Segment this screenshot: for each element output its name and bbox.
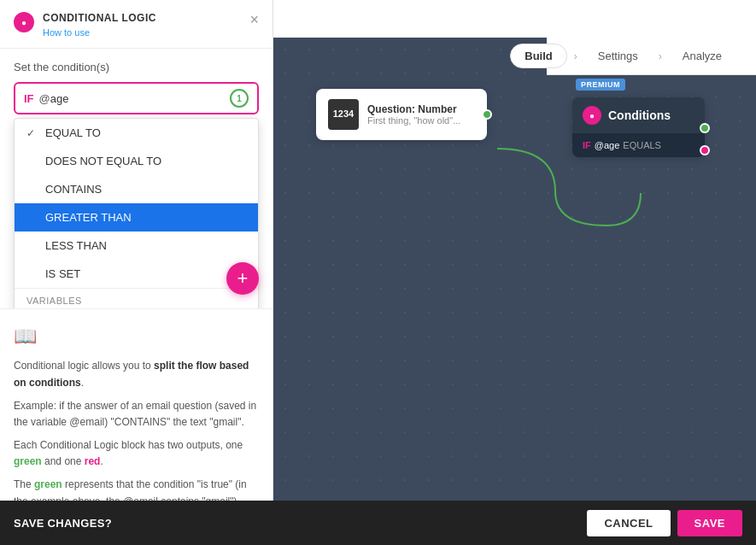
panel-title: CONDITIONAL LOGIC bbox=[43, 12, 156, 24]
red-text: red bbox=[85, 455, 101, 467]
dropdown-item-does-not-equal[interactable]: DOES NOT EQUAL TO bbox=[15, 147, 258, 175]
conditions-output-green bbox=[700, 123, 710, 133]
icon-line1: 12 bbox=[333, 108, 343, 120]
green-text: green bbox=[14, 455, 42, 467]
left-panel: ● CONDITIONAL LOGIC How to use × Set the… bbox=[0, 0, 273, 545]
icon-line2: 34 bbox=[343, 108, 354, 120]
check-icon: ✓ bbox=[26, 127, 40, 139]
panel-icon: ● bbox=[14, 12, 34, 32]
variables-section: VARIABLES bbox=[15, 288, 258, 308]
tab-analyze[interactable]: Analyze bbox=[669, 44, 735, 67]
question-output-dot bbox=[482, 109, 492, 120]
info-para-3: Each Conditional Logic block has two out… bbox=[14, 437, 259, 470]
info-text-1: Conditional logic allows you to bbox=[14, 360, 154, 372]
top-nav: Build › Settings › Analyze bbox=[547, 38, 756, 75]
dropdown-label: LESS THAN bbox=[45, 239, 107, 252]
bottom-buttons: CANCEL SAVE bbox=[587, 510, 742, 536]
save-button[interactable]: SAVE bbox=[677, 510, 742, 536]
panel-header: ● CONDITIONAL LOGIC How to use × bbox=[0, 0, 273, 49]
conditions-icon: ● bbox=[583, 106, 601, 125]
tab-settings[interactable]: Settings bbox=[584, 44, 652, 67]
green-text-2: green bbox=[34, 478, 62, 490]
condition-line: IF @age EQUALS bbox=[583, 140, 694, 150]
conditions-title: Conditions bbox=[608, 108, 671, 122]
info-para-1: Conditional logic allows you to split th… bbox=[14, 358, 259, 390]
set-conditions-label: Set the condition(s) bbox=[14, 61, 259, 73]
question-desc: First thing, "how old"... bbox=[367, 115, 460, 126]
dropdown-label: EQUAL TO bbox=[45, 126, 101, 139]
info-para-2: Example: if the answer of an email quest… bbox=[14, 398, 259, 431]
question-icon: 12 34 bbox=[328, 99, 359, 130]
nav-chevron-2: › bbox=[659, 50, 662, 62]
dropdown-item-greater-than[interactable]: GREATER THAN bbox=[15, 203, 258, 231]
question-node: 12 34 Question: Number First thing, "how… bbox=[316, 89, 487, 140]
question-text-block: Question: Number First thing, "how old".… bbox=[367, 103, 460, 126]
operator-dropdown: ✓ EQUAL TO DOES NOT EQUAL TO CONTAINS GR… bbox=[14, 118, 259, 308]
conditions-output-red bbox=[700, 145, 710, 155]
dropdown-item-is-set[interactable]: IS SET bbox=[15, 260, 258, 288]
dropdown-label: CONTAINS bbox=[45, 183, 102, 196]
dropdown-item-equal-to[interactable]: ✓ EQUAL TO bbox=[15, 119, 258, 147]
panel-body: Set the condition(s) IF @ age 1 ✓ EQUAL … bbox=[0, 49, 273, 308]
close-button[interactable]: × bbox=[249, 12, 259, 27]
cond-if: IF bbox=[583, 140, 591, 150]
conditions-node-body: IF @age EQUALS bbox=[572, 133, 705, 157]
conditions-node: PREMIUM ● Conditions IF @age EQUALS bbox=[572, 97, 705, 157]
if-label: IF bbox=[24, 92, 34, 105]
condition-input-row[interactable]: IF @ age 1 bbox=[14, 82, 259, 114]
dropdown-item-less-than[interactable]: LESS THAN bbox=[15, 231, 258, 260]
save-question: SAVE CHANGES? bbox=[14, 517, 112, 530]
dropdown-label: IS SET bbox=[45, 267, 80, 280]
nav-chevron-1: › bbox=[574, 50, 577, 62]
bottom-bar: SAVE CHANGES? CANCEL SAVE bbox=[0, 501, 756, 545]
how-to-use-link[interactable]: How to use bbox=[43, 27, 90, 38]
cond-op: EQUALS bbox=[623, 140, 661, 150]
cond-var: @age bbox=[595, 140, 620, 150]
canvas-area: Build › Settings › Analyze 12 34 Questio… bbox=[273, 38, 756, 545]
dropdown-label: GREATER THAN bbox=[45, 211, 132, 224]
at-sign: @ bbox=[39, 92, 50, 105]
variable-text: age bbox=[50, 92, 69, 105]
cancel-button[interactable]: CANCEL bbox=[587, 510, 670, 536]
conditions-node-header: ● Conditions bbox=[572, 97, 705, 133]
premium-label: PREMIUM bbox=[576, 79, 625, 91]
panel-header-left: ● CONDITIONAL LOGIC How to use bbox=[14, 12, 156, 39]
dropdown-label: DOES NOT EQUAL TO bbox=[45, 155, 161, 167]
add-condition-button[interactable]: + bbox=[226, 262, 259, 295]
question-title: Question: Number bbox=[367, 103, 460, 115]
dropdown-item-contains[interactable]: CONTAINS bbox=[15, 175, 258, 203]
tab-build[interactable]: Build bbox=[510, 44, 567, 68]
panel-title-block: CONDITIONAL LOGIC How to use bbox=[43, 12, 156, 39]
condition-circle: 1 bbox=[230, 89, 249, 108]
info-icon: 📖 bbox=[14, 321, 259, 351]
